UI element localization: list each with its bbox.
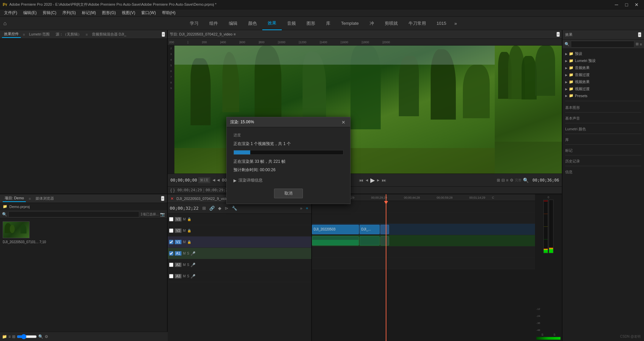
- nav-item-template[interactable]: Template: [336, 17, 364, 30]
- menu-item-f[interactable]: 文件(F): [1, 9, 20, 16]
- clip-dji1[interactable]: DJI_20220503: [312, 225, 359, 234]
- track-a3-mic[interactable]: 🎤: [191, 274, 196, 279]
- project-settings-btn[interactable]: ⚙: [45, 334, 48, 339]
- track-v1-eye[interactable]: [169, 240, 173, 244]
- track-a3-solo-btn[interactable]: S: [187, 274, 190, 278]
- close-button[interactable]: ✕: [632, 0, 641, 9]
- project-panel-menu[interactable]: ≡: [161, 196, 164, 201]
- audio-clip-1[interactable]: [312, 236, 359, 246]
- extract-btn[interactable]: ⊟: [501, 178, 505, 183]
- nav-item-1015[interactable]: 1015: [431, 17, 452, 30]
- nav-item-[interactable]: 组件: [204, 17, 223, 30]
- track-v3-lock[interactable]: 🔒: [187, 217, 191, 221]
- link-btn[interactable]: 🔗: [208, 205, 216, 212]
- restore-button[interactable]: □: [622, 0, 631, 9]
- track-a1-mic[interactable]: 🎤: [191, 251, 196, 256]
- menu-item-e[interactable]: 编辑(E): [20, 9, 39, 16]
- nav-item-[interactable]: 编辑: [223, 17, 243, 30]
- track-a1-toggle[interactable]: A1: [175, 251, 181, 256]
- track-v1-toggle[interactable]: V1: [175, 240, 181, 244]
- project-file-row[interactable]: 📁 Demo.prproj: [0, 203, 167, 210]
- tab-audio-mixer[interactable]: 音频剪辑混合器 DJI_: [90, 31, 128, 38]
- add-media-icon[interactable]: 📷: [160, 212, 165, 217]
- track-a3-mute-btn[interactable]: M: [183, 274, 185, 278]
- forward-btn[interactable]: ⏭: [382, 178, 386, 183]
- clip-dji2[interactable]: DJI_...: [360, 225, 380, 234]
- nav-more-icon[interactable]: »: [451, 21, 460, 26]
- insert-btn[interactable]: ⊳: [224, 205, 229, 212]
- project-search-input[interactable]: [8, 211, 139, 217]
- track-v1-lock[interactable]: 🔒: [187, 240, 191, 244]
- monitor-panel-menu[interactable]: ≡: [556, 32, 560, 37]
- panel-menu-button[interactable]: ≡: [162, 32, 165, 37]
- nav-item-[interactable]: 效果: [262, 17, 282, 30]
- track-a2-mute[interactable]: [169, 263, 173, 267]
- clip-dji3[interactable]: [380, 225, 389, 234]
- effects-list-view[interactable]: ≡: [640, 42, 642, 46]
- menu-item-h[interactable]: 帮助(H): [159, 9, 178, 16]
- prev-page-btn[interactable]: ◄◄: [212, 178, 220, 183]
- nav-item-[interactable]: 牛刀常用: [403, 17, 431, 30]
- step-back-btn[interactable]: ◄: [365, 178, 369, 183]
- audio-clip-3[interactable]: [380, 236, 389, 246]
- track-a1-mute[interactable]: [169, 251, 173, 256]
- settings-btn[interactable]: ⚙: [510, 178, 514, 183]
- track-v3-solo[interactable]: M: [183, 217, 185, 221]
- audio-clip-2[interactable]: [360, 236, 380, 246]
- project-list-view-btn[interactable]: ≡: [8, 334, 11, 339]
- project-search-btn[interactable]: 🔍: [38, 334, 43, 339]
- tab-media-browser[interactable]: 媒体浏览器: [34, 195, 56, 202]
- effects-item-audio-effects[interactable]: ▶ 📁 音频效果: [562, 64, 644, 71]
- settings-btn2[interactable]: »: [299, 205, 303, 212]
- play-btn[interactable]: ▶: [370, 177, 375, 184]
- nav-item-[interactable]: 颜色: [243, 17, 262, 30]
- nav-item-[interactable]: 音频: [282, 17, 301, 30]
- menu-item-s[interactable]: 序列(S): [60, 9, 78, 16]
- tab-project[interactable]: 项目: Demo: [3, 195, 26, 202]
- track-v1-solo[interactable]: M: [183, 240, 185, 244]
- dialog-close-button[interactable]: ✕: [340, 119, 347, 126]
- effects-item-presets-en[interactable]: ▶ 📁 Presets: [562, 92, 644, 99]
- track-a3-toggle[interactable]: A3: [175, 274, 181, 278]
- cancel-render-button[interactable]: 取消: [274, 189, 303, 198]
- project-icon-view-btn[interactable]: ⊞: [12, 334, 15, 339]
- track-a2-mic[interactable]: 🎤: [191, 263, 196, 267]
- effects-item-presets[interactable]: ▶ 📁 预设: [562, 50, 644, 57]
- menu-item-w[interactable]: 窗口(W): [139, 9, 158, 16]
- home-button[interactable]: ⌂: [3, 20, 7, 26]
- tab-source[interactable]: 源：（无剪辑）: [54, 31, 84, 38]
- track-a2-toggle[interactable]: A2: [175, 263, 181, 267]
- match-frame-btn[interactable]: ≡: [506, 178, 508, 183]
- nav-item-[interactable]: 冲: [364, 17, 379, 30]
- menu-item-m[interactable]: 标记(M): [79, 9, 99, 16]
- track-v2-toggle[interactable]: V2: [175, 228, 181, 233]
- track-a3-mute[interactable]: [169, 274, 173, 278]
- nav-item-[interactable]: 剪呗就: [379, 17, 403, 30]
- track-v2-solo[interactable]: M: [183, 229, 185, 232]
- media-thumbnail[interactable]: [3, 221, 30, 238]
- effects-panel-menu[interactable]: ≡: [638, 32, 641, 37]
- nav-item-[interactable]: 图形: [301, 17, 321, 30]
- nav-item-[interactable]: 库: [321, 17, 336, 30]
- menu-item-v[interactable]: 视图(V): [119, 9, 138, 16]
- wrench-btn[interactable]: 🔧: [231, 205, 238, 212]
- mark-out-btn[interactable]: }: [173, 188, 174, 193]
- tab-lumetri-scope[interactable]: Lumetri 范围: [27, 31, 52, 38]
- track-v2-eye[interactable]: [169, 228, 173, 233]
- track-a1-solo-btn[interactable]: S: [187, 252, 190, 255]
- track-a2-solo-btn[interactable]: S: [187, 263, 190, 267]
- effects-icon-view[interactable]: ⊞: [636, 42, 639, 46]
- track-a2-mute-btn[interactable]: M: [183, 263, 185, 267]
- effects-item-lumetri[interactable]: ▶ 📁 Lumetri 预设: [562, 57, 644, 64]
- tab-effect-controls[interactable]: 效果控件: [2, 31, 21, 38]
- step-forward-btn[interactable]: ►: [376, 178, 380, 183]
- track-v3-toggle[interactable]: V3: [175, 217, 181, 221]
- effects-item-video-transition[interactable]: ▶ 📁 视频过渡: [562, 85, 644, 92]
- menu-item-g[interactable]: 图形(G): [99, 9, 118, 16]
- snap-btn[interactable]: ⊞: [201, 205, 207, 212]
- effects-item-audio-transition[interactable]: ▶ 📁 音频过渡: [562, 71, 644, 78]
- effects-search-input[interactable]: [571, 41, 634, 48]
- lift-btn[interactable]: ⊞: [497, 178, 500, 183]
- add-track-btn[interactable]: +: [305, 205, 309, 212]
- mark-in-btn[interactable]: {: [170, 188, 172, 193]
